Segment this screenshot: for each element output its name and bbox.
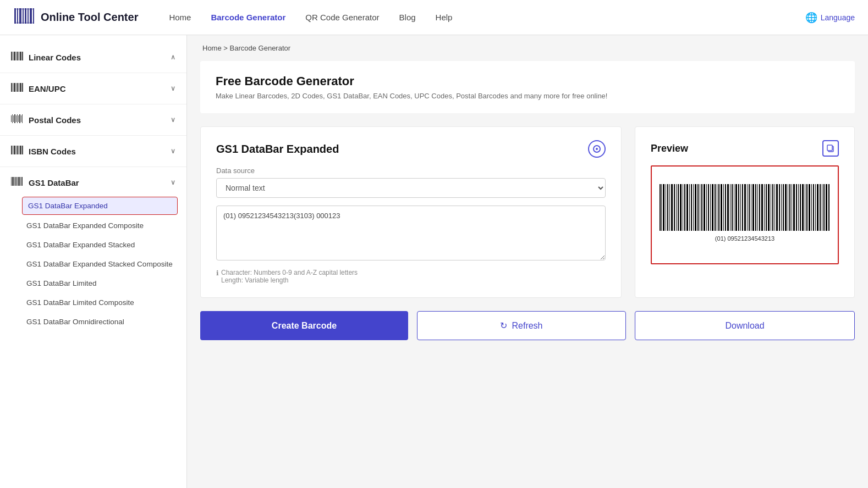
svg-rect-13: [16, 52, 17, 60]
svg-rect-132: [822, 184, 822, 231]
isbn-codes-chevron: ∨: [171, 147, 175, 155]
divider-2: [0, 104, 186, 104]
svg-rect-48: [17, 177, 18, 186]
svg-rect-46: [14, 177, 15, 186]
svg-rect-73: [695, 184, 696, 231]
generator-title-text: GS1 DataBar Expanded: [216, 143, 339, 156]
sidebar-item-linear-codes[interactable]: Linear Codes ∧: [0, 44, 186, 70]
svg-rect-33: [19, 114, 20, 123]
svg-rect-86: [723, 184, 724, 231]
svg-rect-43: [22, 146, 23, 154]
download-button[interactable]: Download: [635, 311, 855, 340]
barcode-preview-area: (01) 09521234543213: [651, 165, 839, 264]
svg-rect-119: [793, 184, 795, 231]
globe-icon: 🌐: [805, 12, 817, 24]
svg-rect-114: [783, 184, 784, 231]
svg-rect-39: [16, 146, 17, 154]
nav-help[interactable]: Help: [436, 13, 453, 22]
svg-text:(01) 09521234543213: (01) 09521234543213: [715, 235, 774, 242]
svg-rect-75: [700, 184, 700, 231]
svg-rect-98: [749, 184, 750, 231]
field-hint: ℹ Character: Numbers 0-9 and A-Z capital…: [216, 269, 606, 284]
barcode-data-textarea[interactable]: (01) 09521234543213(3103) 000123: [216, 206, 606, 260]
sidebar-sub-gs1-expanded-stacked-composite[interactable]: GS1 DataBar Expanded Stacked Composite: [0, 254, 186, 274]
generator-layout: GS1 DataBar Expanded Data source Normal …: [200, 126, 855, 298]
svg-rect-58: [663, 184, 664, 231]
sidebar-item-gs1-databar[interactable]: GS1 DataBar ∨: [0, 169, 186, 196]
sidebar: Linear Codes ∧ EAN/UPC ∨ Postal Codes: [0, 35, 187, 488]
nav-qr-code-generator[interactable]: QR Code Generator: [305, 13, 379, 22]
svg-rect-60: [667, 184, 668, 231]
svg-rect-66: [680, 184, 682, 231]
logo-icon: [13, 5, 35, 30]
logo-area: Online Tool Center: [13, 5, 138, 30]
copy-icon-button[interactable]: [822, 140, 839, 157]
refresh-button[interactable]: ↻ Refresh: [417, 311, 626, 340]
svg-rect-118: [792, 184, 792, 231]
svg-rect-8: [14, 8, 34, 10]
svg-rect-57: [661, 184, 662, 231]
svg-rect-131: [820, 184, 821, 231]
svg-rect-38: [14, 146, 15, 154]
svg-rect-0: [14, 8, 16, 24]
info-icon: ℹ: [216, 269, 219, 277]
ean-upc-icon: [11, 82, 23, 95]
svg-rect-121: [798, 184, 799, 231]
page-header-box: Free Barcode Generator Make Linear Barco…: [200, 61, 855, 113]
svg-rect-56: [660, 184, 661, 231]
hint-line1: Character: Numbers 0-9 and A-Z capital l…: [221, 269, 358, 276]
svg-rect-77: [704, 184, 705, 231]
svg-rect-20: [14, 83, 15, 92]
gs1-databar-icon: [11, 176, 23, 189]
svg-rect-91: [734, 184, 734, 231]
data-source-label: Data source: [216, 167, 606, 175]
create-barcode-button[interactable]: Create Barcode: [200, 311, 408, 340]
data-source-select[interactable]: Normal text: [216, 178, 606, 198]
nav-home[interactable]: Home: [169, 13, 191, 22]
breadcrumb-home[interactable]: Home: [202, 44, 222, 52]
linear-codes-label: Linear Codes: [29, 53, 81, 62]
sidebar-item-postal-codes[interactable]: Postal Codes ∨: [0, 107, 186, 133]
svg-rect-95: [742, 184, 743, 231]
svg-rect-2: [19, 8, 21, 24]
sidebar-sub-gs1-limited[interactable]: GS1 DataBar Limited: [0, 274, 186, 293]
content-area: Home > Barcode Generator Free Barcode Ge…: [187, 35, 868, 488]
svg-rect-72: [693, 184, 694, 231]
isbn-codes-label: ISBN Codes: [29, 147, 76, 156]
svg-rect-96: [744, 184, 746, 231]
svg-rect-41: [19, 146, 19, 154]
language-selector[interactable]: 🌐 Language: [805, 12, 855, 24]
svg-rect-107: [768, 184, 770, 231]
preview-title-row: Preview: [651, 140, 839, 157]
sidebar-sub-gs1-expanded-composite[interactable]: GS1 DataBar Expanded Composite: [0, 216, 186, 235]
svg-rect-135: [828, 184, 829, 231]
main-layout: Linear Codes ∧ EAN/UPC ∨ Postal Codes: [0, 35, 868, 488]
preview-title-text: Preview: [651, 143, 688, 154]
nav-barcode-generator[interactable]: Barcode Generator: [211, 13, 285, 22]
hint-line2: Length: Variable length: [221, 276, 358, 284]
sidebar-sub-gs1-expanded-stacked[interactable]: GS1 DataBar Expanded Stacked: [0, 235, 186, 254]
svg-rect-69: [686, 184, 688, 231]
svg-rect-7: [33, 8, 34, 24]
divider-1: [0, 73, 186, 73]
svg-rect-23: [19, 83, 19, 92]
svg-rect-134: [826, 184, 827, 231]
svg-rect-21: [16, 83, 17, 92]
sidebar-item-ean-upc[interactable]: EAN/UPC ∨: [0, 75, 186, 102]
svg-rect-30: [16, 115, 17, 122]
settings-icon[interactable]: [588, 140, 606, 158]
svg-rect-88: [727, 184, 729, 231]
nav-blog[interactable]: Blog: [399, 13, 416, 22]
svg-rect-12: [14, 52, 15, 60]
svg-rect-83: [717, 184, 717, 231]
svg-rect-31: [17, 114, 18, 123]
sidebar-sub-gs1-limited-composite[interactable]: GS1 DataBar Limited Composite: [0, 293, 186, 312]
preview-panel: Preview: [635, 126, 855, 298]
sidebar-sub-gs1-omnidirectional[interactable]: GS1 DataBar Omnidirectional: [0, 312, 186, 331]
sidebar-item-isbn-codes[interactable]: ISBN Codes ∨: [0, 138, 186, 164]
barcode-image: (01) 09521234543213: [657, 176, 833, 253]
svg-rect-1: [17, 8, 18, 24]
divider-4: [0, 167, 186, 167]
sidebar-sub-gs1-expanded[interactable]: GS1 DataBar Expanded: [22, 197, 178, 215]
svg-rect-59: [666, 184, 666, 231]
